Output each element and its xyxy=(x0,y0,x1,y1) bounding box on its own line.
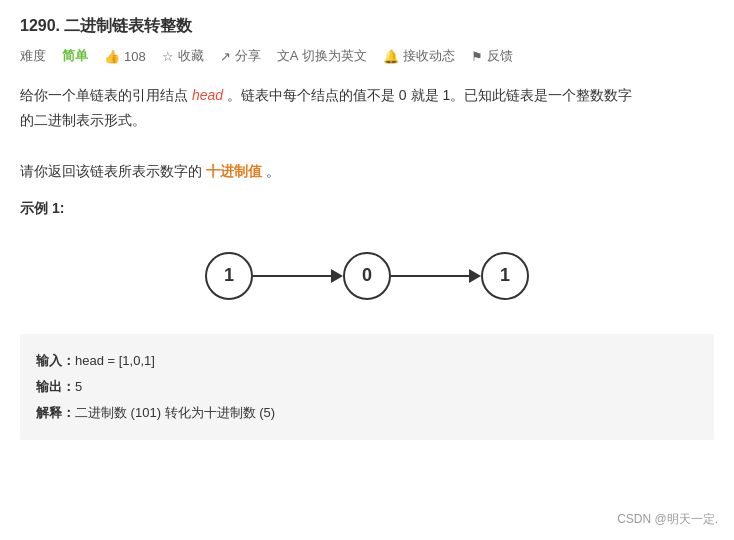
feedback-item[interactable]: ⚑ 反馈 xyxy=(471,47,513,65)
notify-label: 接收动态 xyxy=(403,47,455,65)
notify-item[interactable]: 🔔 接收动态 xyxy=(383,47,455,65)
meta-bar: 难度 简单 👍 108 ☆ 收藏 ↗ 分享 文A 切换为英文 🔔 接收动态 ⚑ … xyxy=(20,47,714,65)
node-3: 1 xyxy=(481,252,529,300)
share-item[interactable]: ↗ 分享 xyxy=(220,47,261,65)
switch-lang-item[interactable]: 文A 切换为英文 xyxy=(277,47,368,65)
switch-label: 切换为英文 xyxy=(302,47,367,65)
bell-icon: 🔔 xyxy=(383,49,399,64)
translate-icon: 文A xyxy=(277,47,299,65)
output-line: 输出：5 xyxy=(36,374,698,400)
likes-count: 108 xyxy=(124,49,146,64)
difficulty-label: 难度 xyxy=(20,47,46,65)
desc-head-code: head xyxy=(192,87,223,103)
arrowhead-1 xyxy=(331,269,343,283)
difficulty-value: 简单 xyxy=(62,47,88,65)
code-block: 输入：head = [1,0,1] 输出：5 解释：二进制数 (101) 转化为… xyxy=(20,334,714,440)
collect-label: 收藏 xyxy=(178,47,204,65)
page-container: 1290. 二进制链表转整数 难度 简单 👍 108 ☆ 收藏 ↗ 分享 文A … xyxy=(0,0,734,456)
line-2 xyxy=(391,275,469,277)
flag-icon: ⚑ xyxy=(471,49,483,64)
share-label: 分享 xyxy=(235,47,261,65)
feedback-label: 反馈 xyxy=(487,47,513,65)
star-icon: ☆ xyxy=(162,49,174,64)
node-1: 1 xyxy=(205,252,253,300)
diagram-area: 1 0 1 xyxy=(20,232,714,324)
input-value: head = [1,0,1] xyxy=(75,353,155,368)
collect-item[interactable]: ☆ 收藏 xyxy=(162,47,204,65)
problem-title: 1290. 二进制链表转整数 xyxy=(20,16,714,37)
desc-highlight: 十进制值 xyxy=(206,163,262,179)
arrow-1 xyxy=(253,269,343,283)
explain-line: 解释：二进制数 (101) 转化为十进制数 (5) xyxy=(36,400,698,426)
desc-line1-pre: 给你一个单链表的引用结点 xyxy=(20,87,192,103)
explain-value: 二进制数 (101) 转化为十进制数 (5) xyxy=(75,405,275,420)
arrowhead-2 xyxy=(469,269,481,283)
output-value: 5 xyxy=(75,379,82,394)
input-line: 输入：head = [1,0,1] xyxy=(36,348,698,374)
arrow-2 xyxy=(391,269,481,283)
explain-label: 解释： xyxy=(36,405,75,420)
input-label: 输入： xyxy=(36,353,75,368)
node-2: 0 xyxy=(343,252,391,300)
desc-line1-mid: 。链表中每个结点的值不是 0 就是 1。已知此链表是一个整数数字 xyxy=(223,87,632,103)
likes-item[interactable]: 👍 108 xyxy=(104,49,146,64)
thumb-icon: 👍 xyxy=(104,49,120,64)
line-1 xyxy=(253,275,331,277)
desc-line3-suf: 。 xyxy=(262,163,280,179)
share-icon: ↗ xyxy=(220,49,231,64)
example-label: 示例 1: xyxy=(20,200,714,218)
desc-line3-pre: 请你返回该链表所表示数字的 xyxy=(20,163,206,179)
watermark: CSDN @明天一定. xyxy=(617,511,718,528)
description: 给你一个单链表的引用结点 head 。链表中每个结点的值不是 0 就是 1。已知… xyxy=(20,83,714,184)
desc-line2: 的二进制表示形式。 xyxy=(20,108,714,133)
output-label: 输出： xyxy=(36,379,75,394)
